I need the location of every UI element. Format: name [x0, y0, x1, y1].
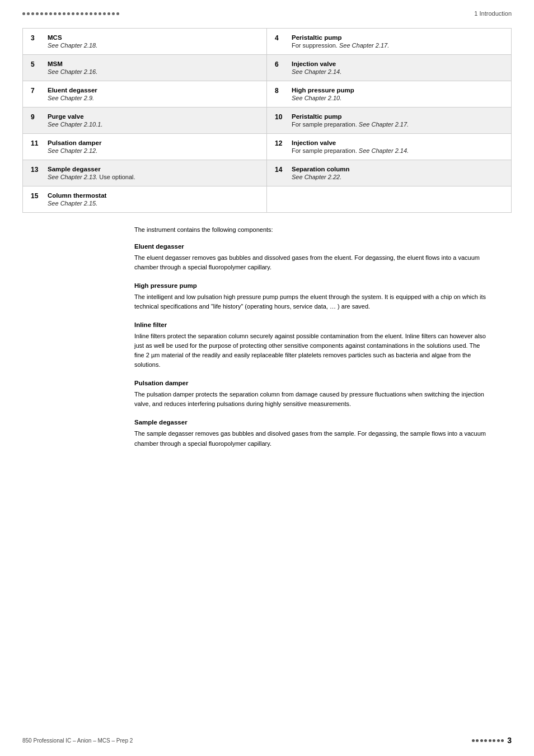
header-dot [72, 12, 74, 15]
grid-cell-3: 3 MCS See Chapter 2.18. [23, 29, 267, 55]
header-dots [22, 12, 119, 15]
header-dot [103, 12, 106, 15]
cell-desc-11: See Chapter 2.12. [48, 147, 97, 154]
cell-title-5: MSM [48, 60, 259, 67]
cell-number-10: 10 [275, 113, 286, 121]
cell-title-3: MCS [48, 34, 259, 41]
section-heading-pulsation-damper: Pulsation damper [22, 380, 512, 386]
header-dot [31, 12, 34, 15]
cell-desc-6: See Chapter 2.14. [292, 68, 341, 75]
header-dot [94, 12, 97, 15]
cell-number-15: 15 [31, 192, 42, 200]
grid-cell-12: 12 Injection valve For sample preparatio… [267, 134, 511, 160]
grid-cell-7: 7 Eluent degasser See Chapter 2.9. [23, 81, 267, 108]
cell-desc-14: See Chapter 2.22. [292, 174, 341, 180]
cell-number-12: 12 [275, 139, 286, 147]
footer-page-number: 3 [507, 736, 512, 745]
header-dot [67, 12, 70, 15]
section-heading-eluent-degasser: Eluent degasser [22, 243, 512, 250]
footer-dot [489, 739, 491, 742]
page-header: 1 Introduction [0, 0, 534, 22]
cell-desc-5: See Chapter 2.16. [48, 68, 97, 75]
section-sample-degasser: Sample degasser The sample degasser remo… [22, 419, 512, 448]
cell-title-6: Injection valve [292, 60, 503, 67]
grid-cell-9: 9 Purge valve See Chapter 2.10.1. [23, 108, 267, 134]
grid-cell-14: 14 Separation column See Chapter 2.22. [267, 160, 511, 186]
header-dot [76, 12, 79, 15]
cell-desc-15: See Chapter 2.15. [48, 200, 97, 207]
cell-desc-9: See Chapter 2.10.1. [48, 121, 102, 128]
section-label: 1 Introduction [474, 10, 512, 17]
section-body-high-pressure-pump: The intelligent and low pulsation high p… [22, 292, 512, 311]
cell-content-12: Injection valve For sample preparation. … [292, 139, 503, 154]
cell-content-7: Eluent degasser See Chapter 2.9. [48, 87, 259, 101]
cell-desc-8: See Chapter 2.10. [292, 95, 341, 101]
header-dot [54, 12, 57, 15]
cell-content-10: Peristaltic pump For sample preparation.… [292, 113, 503, 128]
header-dot [27, 12, 30, 15]
cell-number-14: 14 [275, 166, 286, 174]
footer-dot [497, 739, 500, 742]
cell-desc-13: See Chapter 2.13. Use optional. [48, 174, 135, 180]
cell-content-3: MCS See Chapter 2.18. [48, 34, 259, 49]
cell-content-9: Purge valve See Chapter 2.10.1. [48, 113, 259, 128]
footer-dot [472, 739, 475, 742]
grid-cell-5: 5 MSM See Chapter 2.16. [23, 55, 267, 81]
header-dot [116, 12, 119, 15]
section-body-sample-degasser: The sample degasser removes gas bubbles … [22, 429, 512, 448]
header-dot [49, 12, 52, 15]
cell-content-5: MSM See Chapter 2.16. [48, 60, 259, 75]
cell-desc-4: For suppression. See Chapter 2.17. [292, 42, 389, 49]
header-dot [45, 12, 48, 15]
cell-title-9: Purge valve [48, 113, 259, 120]
cell-number-5: 5 [31, 60, 42, 68]
header-dot [63, 12, 65, 15]
grid-cell-13: 13 Sample degasser See Chapter 2.13. Use… [23, 160, 267, 186]
header-dot [85, 12, 88, 15]
footer-dot [476, 739, 479, 742]
section-body-eluent-degasser: The eluent degasser removes gas bubbles … [22, 253, 512, 272]
cell-title-12: Injection valve [292, 139, 503, 146]
cell-title-7: Eluent degasser [48, 87, 259, 94]
section-heading-inline-filter: Inline filter [22, 321, 512, 328]
cell-desc-3: See Chapter 2.18. [48, 42, 97, 49]
section-body-inline-filter: Inline filters protect the separation co… [22, 332, 512, 370]
cell-content-15: Column thermostat See Chapter 2.15. [48, 192, 259, 207]
section-high-pressure-pump: High pressure pump The intelligent and l… [22, 282, 512, 311]
section-pulsation-damper: Pulsation damper The pulsation damper pr… [22, 380, 512, 409]
cell-content-4: Peristaltic pump For suppression. See Ch… [292, 34, 503, 49]
cell-number-8: 8 [275, 87, 286, 95]
cell-content-6: Injection valve See Chapter 2.14. [292, 60, 503, 75]
cell-number-6: 6 [275, 60, 286, 68]
section-inline-filter: Inline filter Inline filters protect the… [22, 321, 512, 370]
cell-number-11: 11 [31, 139, 42, 147]
section-eluent-degasser: Eluent degasser The eluent degasser remo… [22, 243, 512, 272]
grid-cell-11: 11 Pulsation damper See Chapter 2.12. [23, 134, 267, 160]
cell-number-4: 4 [275, 34, 286, 42]
cell-desc-12: For sample preparation. See Chapter 2.14… [292, 147, 409, 154]
header-dot [81, 12, 83, 15]
cell-title-14: Separation column [292, 166, 503, 172]
grid-cell-8: 8 High pressure pump See Chapter 2.10. [267, 81, 511, 108]
component-grid: 3 MCS See Chapter 2.18. 4 Peristaltic pu… [22, 28, 512, 213]
footer-dot [493, 739, 495, 742]
cell-title-10: Peristaltic pump [292, 113, 503, 120]
cell-title-4: Peristaltic pump [292, 34, 503, 41]
section-heading-sample-degasser: Sample degasser [22, 419, 512, 426]
section-body-pulsation-damper: The pulsation damper protects the separa… [22, 390, 512, 409]
cell-title-13: Sample degasser [48, 166, 259, 172]
header-dot [40, 12, 43, 15]
cell-title-15: Column thermostat [48, 192, 259, 199]
footer-dot [484, 739, 487, 742]
header-dot [107, 12, 110, 15]
cell-title-8: High pressure pump [292, 87, 503, 94]
cell-title-11: Pulsation damper [48, 139, 259, 146]
header-dot [36, 12, 39, 15]
header-dot [99, 12, 101, 15]
page-footer: 850 Professional IC – Anion – MCS – Prep… [22, 736, 512, 745]
header-dot [58, 12, 61, 15]
cell-number-3: 3 [31, 34, 42, 42]
header-dot [22, 12, 25, 15]
cell-content-8: High pressure pump See Chapter 2.10. [292, 87, 503, 101]
footer-dot [480, 739, 483, 742]
